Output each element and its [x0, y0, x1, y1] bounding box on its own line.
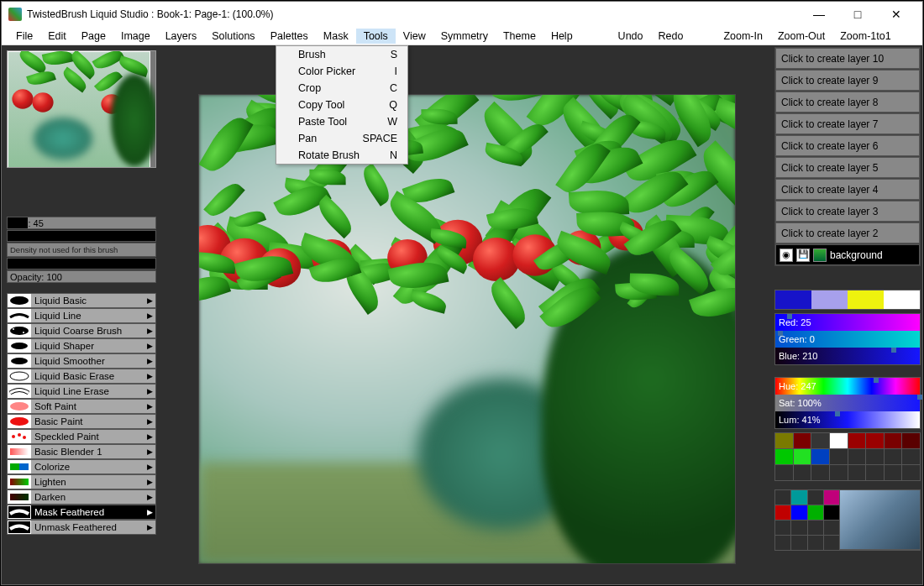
- density-slider[interactable]: [7, 230, 156, 242]
- create-layer-button[interactable]: Click to create layer 6: [775, 135, 920, 156]
- menu-page[interactable]: Page: [74, 29, 113, 44]
- swatch[interactable]: [775, 290, 811, 309]
- rgb-slider[interactable]: Blue: 210: [775, 348, 920, 364]
- palette-cell[interactable]: [775, 433, 793, 448]
- palette-cell[interactable]: [794, 433, 811, 448]
- create-layer-button[interactable]: Click to create layer 5: [775, 157, 920, 178]
- tools-menu-crop[interactable]: CropC: [276, 80, 407, 97]
- hsl-slider[interactable]: Lum: 41%: [775, 411, 920, 428]
- action-zoom-in[interactable]: Zoom-In: [716, 29, 770, 44]
- action-undo[interactable]: Undo: [611, 29, 651, 44]
- mini-palette-cell[interactable]: [775, 521, 790, 535]
- navigator-preview[interactable]: [7, 50, 156, 168]
- mini-palette-cell[interactable]: [775, 490, 790, 505]
- mini-palette-cell[interactable]: [791, 521, 806, 535]
- brush-colorize[interactable]: Colorize▶: [7, 459, 156, 474]
- create-layer-button[interactable]: Click to create layer 2: [775, 222, 920, 243]
- palette-cell[interactable]: [794, 465, 811, 480]
- palette-cell[interactable]: [902, 433, 920, 448]
- mini-palette-cell[interactable]: [808, 505, 823, 520]
- swatch[interactable]: [884, 290, 920, 309]
- palette-cell[interactable]: [885, 465, 902, 480]
- mini-palette-cell[interactable]: [824, 536, 839, 550]
- palette-cell[interactable]: [775, 465, 793, 480]
- palette-cell[interactable]: [811, 465, 829, 480]
- palette-cell[interactable]: [830, 433, 848, 448]
- palette-cell[interactable]: [902, 449, 920, 464]
- palette-cell[interactable]: [866, 465, 884, 480]
- brush-liquid-basic-erase[interactable]: Liquid Basic Erase▶: [7, 369, 156, 384]
- minimize-button[interactable]: —: [800, 2, 838, 27]
- palette-cell[interactable]: [885, 449, 902, 464]
- action-redo[interactable]: Redo: [651, 29, 691, 44]
- menu-edit[interactable]: Edit: [40, 29, 74, 44]
- brush-basic-paint[interactable]: Basic Paint▶: [7, 414, 156, 429]
- mini-palette-cell[interactable]: [808, 521, 823, 535]
- gradient-preview[interactable]: [840, 490, 920, 549]
- tools-menu-paste-tool[interactable]: Paste ToolW: [276, 113, 407, 130]
- tools-menu-rotate-brush[interactable]: Rotate BrushN: [276, 147, 407, 164]
- brush-lighten[interactable]: Lighten▶: [7, 474, 156, 489]
- palette-cell[interactable]: [866, 433, 884, 448]
- brush-liquid-shaper[interactable]: Liquid Shaper▶: [7, 338, 156, 353]
- hsl-slider[interactable]: Hue: 247: [775, 378, 920, 395]
- close-button[interactable]: ✕: [877, 2, 916, 27]
- brush-basic-blender-1[interactable]: Basic Blender 1▶: [7, 444, 156, 459]
- menu-view[interactable]: View: [396, 29, 433, 44]
- brush-darken[interactable]: Darken▶: [7, 489, 156, 505]
- eye-icon[interactable]: ◉: [780, 249, 793, 262]
- palette-cell[interactable]: [830, 465, 848, 480]
- mini-palette-cell[interactable]: [808, 490, 823, 505]
- hsl-slider[interactable]: Sat: 100%: [775, 395, 920, 411]
- palette-cell[interactable]: [811, 449, 829, 464]
- menu-image[interactable]: Image: [113, 29, 158, 44]
- palette-cell[interactable]: [811, 433, 829, 448]
- brush-soft-paint[interactable]: Soft Paint▶: [7, 399, 156, 414]
- tools-menu-brush[interactable]: BrushS: [276, 46, 407, 63]
- create-layer-button[interactable]: Click to create layer 8: [775, 92, 920, 112]
- mini-palette-cell[interactable]: [808, 536, 823, 550]
- brush-liquid-line-erase[interactable]: Liquid Line Erase▶: [7, 384, 156, 399]
- create-layer-button[interactable]: Click to create layer 10: [775, 48, 920, 69]
- menu-symmetry[interactable]: Symmetry: [433, 29, 496, 44]
- brush-mask-feathered[interactable]: Mask Feathered▶: [7, 505, 156, 520]
- opacity-bar[interactable]: [7, 258, 156, 269]
- mini-palette-cell[interactable]: [791, 505, 806, 520]
- menu-theme[interactable]: Theme: [496, 29, 543, 44]
- create-layer-button[interactable]: Click to create layer 4: [775, 179, 920, 200]
- palette-cell[interactable]: [902, 465, 920, 480]
- swatch[interactable]: [811, 290, 848, 309]
- canvas[interactable]: [198, 94, 736, 564]
- mini-palette-cell[interactable]: [824, 505, 839, 520]
- brush-liquid-smoother[interactable]: Liquid Smoother▶: [7, 353, 156, 369]
- palette-cell[interactable]: [848, 433, 866, 448]
- brush-liquid-basic[interactable]: Liquid Basic▶: [7, 293, 156, 308]
- palette-cell[interactable]: [848, 465, 866, 480]
- create-layer-button[interactable]: Click to create layer 7: [775, 113, 920, 134]
- brush-speckled-paint[interactable]: Speckled Paint▶: [7, 429, 156, 444]
- maximize-button[interactable]: □: [838, 2, 877, 27]
- palette-cell[interactable]: [775, 449, 793, 464]
- menu-palettes[interactable]: Palettes: [263, 29, 316, 44]
- menu-file[interactable]: File: [8, 29, 40, 44]
- mini-palette-cell[interactable]: [824, 490, 839, 505]
- tools-menu-copy-tool[interactable]: Copy ToolQ: [276, 97, 407, 113]
- create-layer-button[interactable]: Click to create layer 3: [775, 201, 920, 222]
- swatch[interactable]: [848, 290, 884, 309]
- palette-cell[interactable]: [794, 449, 811, 464]
- brush-liquid-line[interactable]: Liquid Line▶: [7, 308, 156, 323]
- create-layer-button[interactable]: Click to create layer 9: [775, 70, 920, 91]
- mini-palette-cell[interactable]: [775, 505, 790, 520]
- brush-unmask-feathered[interactable]: Unmask Feathered▶: [7, 520, 156, 535]
- action-zoom-1to1[interactable]: Zoom-1to1: [832, 29, 898, 44]
- menu-layers[interactable]: Layers: [158, 29, 205, 44]
- mini-palette-cell[interactable]: [775, 536, 790, 550]
- mini-palette-cell[interactable]: [791, 490, 806, 505]
- opacity-slider[interactable]: Opacity: 100: [7, 270, 156, 283]
- palette-cell[interactable]: [885, 433, 902, 448]
- tools-menu-color-picker[interactable]: Color PickerI: [276, 63, 407, 80]
- menu-mask[interactable]: Mask: [316, 29, 356, 44]
- palette-cell[interactable]: [866, 449, 884, 464]
- rgb-slider[interactable]: Green: 0: [775, 331, 920, 348]
- rgb-slider[interactable]: Red: 25: [775, 314, 920, 331]
